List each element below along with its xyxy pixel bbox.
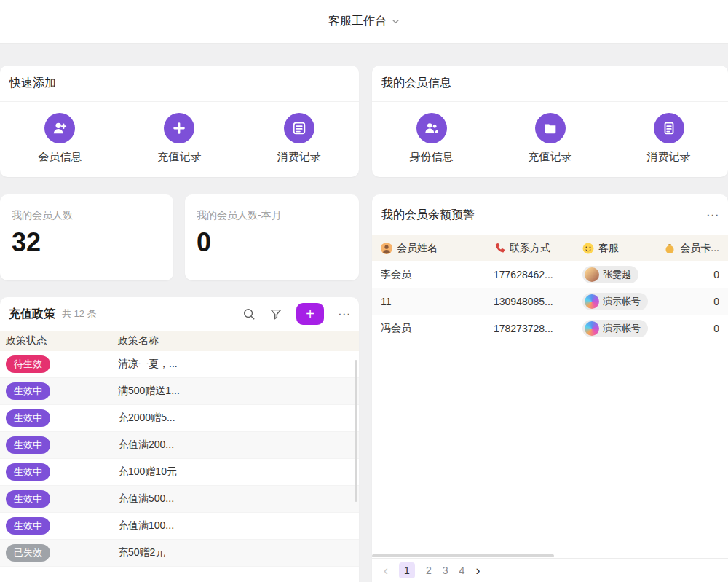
member-add-icon [44,113,75,143]
chevron-down-icon [392,17,400,25]
agent-chip: 演示帐号 [582,320,648,337]
prev-page-button[interactable]: ‹ [384,563,388,578]
column-header: 联系方式 [510,242,550,255]
stat-label: 我的会员人数-本月 [197,209,347,222]
status-badge: 待生效 [6,355,50,373]
status-badge: 生效中 [6,490,50,508]
search-icon[interactable] [242,307,256,321]
recharge-policy-card: 充值政策 共 12 条 + ⋯ 政策状态 政策名称 待生效 清凉一夏，... [0,297,359,582]
status-badge: 生效中 [6,409,50,427]
table-row[interactable]: 李会员 177628462... 张雯越 0 [372,261,728,288]
quick-add-member-info[interactable]: 会员信息 [0,113,119,164]
quick-add-label: 会员信息 [38,150,82,164]
member-panel-label: 充值记录 [529,150,572,164]
person-icon [381,243,392,254]
filter-icon[interactable] [269,307,282,321]
member-contact: 177628462... [486,269,577,280]
record-count: 共 12 条 [62,307,97,321]
people-icon [416,113,447,143]
more-options-icon[interactable]: ⋯ [338,307,350,322]
policy-table-body: 待生效 清凉一夏，... 生效中 满500赠送1... 生效中 充2000赠5.… [0,351,359,567]
avatar [585,267,599,282]
policy-name: 充值满500... [118,492,359,506]
avatar [585,294,599,309]
recharge-policy-title: 充值政策 [9,307,55,322]
stat-label: 我的会员人数 [12,209,162,222]
policy-name: 充50赠2元 [118,546,359,559]
table-row[interactable]: 生效中 满500赠送1... [0,378,359,405]
status-badge: 生效中 [6,382,50,400]
policy-name: 充2000赠5... [118,412,359,425]
agent-chip: 演示帐号 [582,293,648,310]
member-balance: 0 [649,296,728,307]
member-panel-label: 消费记录 [647,150,691,164]
member-contact: 178273728... [486,323,577,334]
quick-add-title: 快速添加 [0,66,359,102]
quick-add-label: 消费记录 [277,150,321,164]
status-badge: 生效中 [6,463,50,481]
policy-table-header: 政策状态 政策名称 [0,331,359,351]
balance-warning-title: 我的会员余额预警 [381,208,475,223]
quick-add-consume-record[interactable]: 消费记录 [240,113,359,164]
pagination: ‹ 1 2 3 4 › [372,558,728,582]
app-title-dropdown[interactable]: 客服工作台 [328,14,400,29]
member-balance: 0 [649,323,728,334]
page-button-2[interactable]: 2 [426,565,432,576]
list-icon [284,113,314,143]
table-row[interactable]: 冯会员 178273728... 演示帐号 0 [372,315,728,342]
balance-table-header: 会员姓名 联系方式 客服 会员卡... [372,235,728,261]
horizontal-scrollbar[interactable] [372,554,554,557]
policy-name: 充值满100... [118,519,359,532]
table-row[interactable]: 生效中 充值满500... [0,486,359,513]
member-info-card: 我的会员信息 身份信息 充值记录 消费记录 [372,66,728,177]
add-record-button[interactable]: + [296,303,324,325]
quick-add-card: 快速添加 会员信息 充值记录 消费记录 [0,66,359,177]
table-row[interactable]: 生效中 充2000赠5... [0,405,359,432]
table-row[interactable]: 待生效 清凉一夏，... [0,351,359,378]
member-identity-info[interactable]: 身份信息 [372,113,491,164]
quick-add-label: 充值记录 [157,150,201,164]
member-recharge-record[interactable]: 充值记录 [491,113,609,164]
page-button-4[interactable]: 4 [459,565,465,576]
table-row[interactable]: 生效中 充100赠10元 [0,459,359,486]
table-row[interactable]: 已失效 充50赠2元 [0,540,359,567]
folder-icon [535,113,566,143]
coin-icon [664,243,676,254]
table-row[interactable]: 生效中 充值满200... [0,432,359,459]
status-badge: 生效中 [6,517,50,535]
balance-warning-card: 我的会员余额预警 ⋯ 会员姓名 联系方式 客服 [372,194,728,582]
member-balance: 0 [649,269,728,280]
column-header: 政策名称 [118,334,359,347]
policy-name: 充100赠10元 [118,465,359,479]
next-page-button[interactable]: › [475,563,480,578]
phone-icon [494,243,505,254]
policy-name: 充值满200... [118,439,359,452]
column-header: 客服 [598,242,619,255]
member-panel-label: 身份信息 [410,150,454,164]
quick-add-recharge-record[interactable]: 充值记录 [119,113,239,164]
member-name: 冯会员 [372,322,486,335]
status-badge: 生效中 [6,436,50,454]
agent-chip: 张雯越 [582,266,638,283]
stat-value: 0 [197,227,347,258]
table-row[interactable]: 11 130948085... 演示帐号 0 [372,288,728,315]
smiley-icon [582,243,594,254]
member-name: 11 [372,296,486,307]
table-row[interactable]: 生效中 充值满100... [0,513,359,540]
member-consume-record[interactable]: 消费记录 [609,113,728,164]
stat-card-member-count-month[interactable]: 我的会员人数-本月 0 [185,194,359,280]
page-button-3[interactable]: 3 [443,565,448,576]
more-options-icon[interactable]: ⋯ [706,208,719,223]
app-title: 客服工作台 [328,14,387,29]
column-header: 会员卡... [680,242,719,255]
column-header: 政策状态 [0,334,118,347]
plus-icon [164,113,194,143]
status-badge: 已失效 [6,544,50,562]
stat-value: 32 [12,227,162,258]
top-header: 客服工作台 [0,0,728,44]
vertical-scrollbar[interactable] [355,360,357,502]
stat-card-member-count[interactable]: 我的会员人数 32 [0,194,173,280]
policy-name: 清凉一夏，... [118,358,359,371]
customer-service-workbench: 客服工作台 快速添加 会员信息 充值记录 [0,0,728,582]
page-button-1[interactable]: 1 [399,562,415,578]
